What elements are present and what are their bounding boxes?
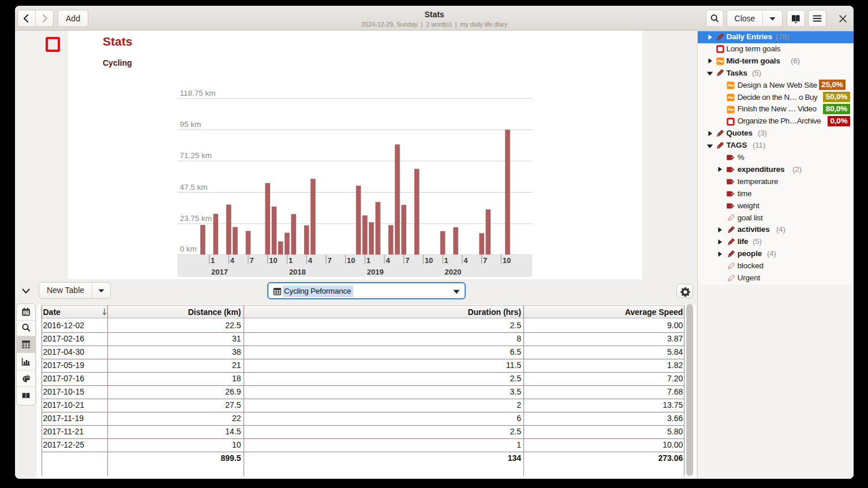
- svg-text:7: 7: [327, 256, 331, 265]
- svg-text:118.75 km: 118.75 km: [180, 89, 216, 97]
- svg-text:10: 10: [347, 256, 355, 265]
- svg-text:71.25 km: 71.25 km: [180, 151, 212, 160]
- svg-text:1: 1: [289, 256, 293, 265]
- svg-text:23.75 km: 23.75 km: [180, 214, 212, 223]
- svg-text:7: 7: [250, 256, 254, 265]
- svg-text:7: 7: [405, 256, 409, 265]
- svg-text:2018: 2018: [289, 268, 306, 276]
- svg-text:4: 4: [230, 256, 235, 265]
- svg-text:1: 1: [211, 256, 215, 265]
- svg-text:1: 1: [366, 256, 371, 265]
- svg-text:2019: 2019: [367, 268, 384, 276]
- svg-text:4: 4: [308, 256, 313, 265]
- svg-text:10: 10: [269, 256, 277, 265]
- svg-text:1: 1: [444, 256, 448, 265]
- svg-text:95 km: 95 km: [180, 120, 201, 129]
- svg-text:7: 7: [483, 256, 487, 265]
- svg-text:10: 10: [425, 256, 433, 265]
- svg-text:10: 10: [503, 256, 511, 265]
- svg-text:47.5 km: 47.5 km: [180, 183, 208, 192]
- svg-text:4: 4: [386, 256, 391, 265]
- svg-text:4: 4: [463, 256, 468, 265]
- svg-text:2020: 2020: [445, 268, 462, 276]
- svg-text:0 km: 0 km: [180, 245, 197, 253]
- svg-text:2017: 2017: [211, 268, 228, 276]
